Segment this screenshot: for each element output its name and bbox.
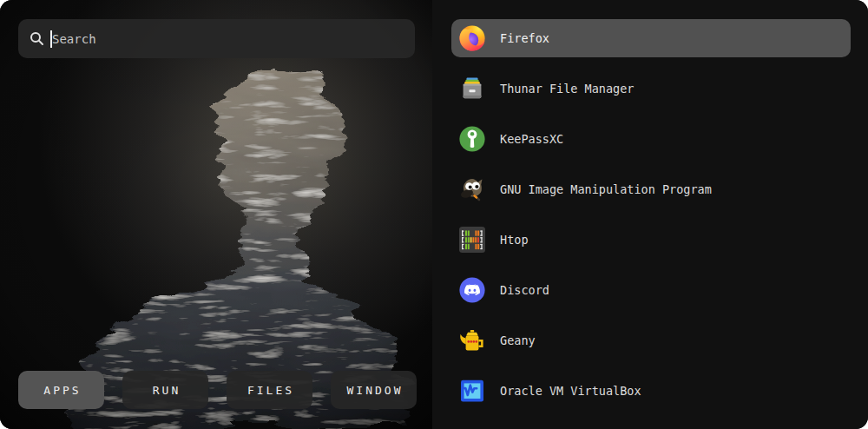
- app-item-geany[interactable]: Geany: [451, 321, 851, 360]
- app-item-gimp[interactable]: GNU Image Manipulation Program: [451, 170, 851, 208]
- discord-icon: [458, 276, 486, 304]
- tab-files[interactable]: FILES: [227, 371, 312, 409]
- tab-window[interactable]: WINDOW: [331, 371, 417, 409]
- app-item-label: Oracle VM VirtualBox: [500, 384, 641, 398]
- background-artwork-bust: [0, 0, 432, 429]
- app-item-label: Discord: [500, 283, 549, 297]
- app-item-label: KeePassXC: [500, 132, 563, 146]
- app-item-label: Htop: [500, 233, 529, 247]
- tab-run[interactable]: RUN: [122, 371, 208, 409]
- search-input[interactable]: [52, 32, 404, 46]
- firefox-icon: [458, 24, 486, 52]
- search-icon: [30, 31, 44, 46]
- gimp-icon: [458, 175, 486, 203]
- app-item-label: Geany: [500, 333, 536, 347]
- virtualbox-icon: [458, 377, 486, 405]
- thunar-icon: [458, 75, 486, 102]
- app-item-label: GNU Image Manipulation Program: [500, 182, 712, 196]
- htop-icon: [458, 226, 486, 254]
- launcher-window: APPS RUN FILES WINDOW: [0, 0, 868, 429]
- search-bar[interactable]: [18, 19, 415, 58]
- geany-icon: [458, 327, 486, 354]
- app-item-label: Thunar File Manager: [500, 82, 634, 96]
- app-item-label: Firefox: [500, 31, 549, 45]
- left-panel: APPS RUN FILES WINDOW: [0, 0, 432, 429]
- app-item-firefox[interactable]: Firefox: [451, 19, 851, 57]
- app-list: Firefox Thunar File Manager KeePassXC: [432, 0, 868, 429]
- app-item-htop[interactable]: Htop: [451, 221, 851, 259]
- app-item-keepassxc[interactable]: KeePassXC: [451, 120, 851, 158]
- app-item-virtualbox[interactable]: Oracle VM VirtualBox: [451, 372, 851, 410]
- tab-apps[interactable]: APPS: [18, 371, 104, 409]
- app-item-discord[interactable]: Discord: [451, 271, 851, 309]
- mode-tabs: APPS RUN FILES WINDOW: [18, 371, 417, 409]
- app-item-thunar[interactable]: Thunar File Manager: [451, 69, 851, 108]
- keepassxc-icon: [458, 125, 486, 153]
